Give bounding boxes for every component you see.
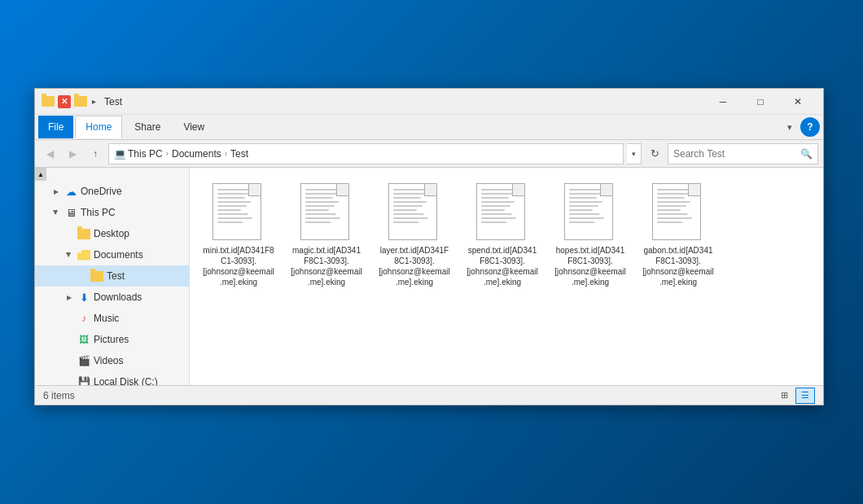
sidebar-item-music[interactable]: ▶ ♪ Music (35, 308, 189, 329)
file-item[interactable]: gabon.txt.id[AD341F8C1-3093].[johnsonz@k… (637, 176, 719, 295)
title-bar: ✕ ▸ Test ─ □ ✕ (35, 89, 823, 115)
downloads-label: Downloads (94, 291, 142, 303)
file-item[interactable]: spend.txt.id[AD341F8C1-3093].[johnsonz@k… (462, 176, 543, 295)
search-input[interactable] (673, 148, 797, 160)
file-item[interactable]: mini.txt.id[AD341F8C1-3093].[johnsonz@ke… (198, 176, 279, 295)
path-sep-2: › (225, 149, 227, 158)
sidebar-item-pictures[interactable]: ▶ 🖼 Pictures (35, 329, 189, 350)
onedrive-expand-arrow: ▶ (51, 186, 61, 196)
videos-icon: 🎬 (77, 354, 90, 367)
sidebar-item-videos[interactable]: ▶ 🎬 Videos (35, 350, 189, 371)
file-doc-icon (476, 183, 528, 242)
sidebar-item-desktop[interactable]: ▶ Desktop (35, 223, 189, 244)
thispc-expand-arrow: ▶ (51, 208, 61, 217)
file-area: mini.txt.id[AD341F8C1-3093].[johnsonz@ke… (190, 168, 823, 385)
test-label: Test (107, 270, 125, 282)
desktop-label: Desktop (94, 228, 129, 239)
file-item[interactable]: magic.txt.id[AD341F8C1-3093].[johnsonz@k… (286, 176, 367, 295)
tab-share[interactable]: Share (124, 116, 171, 138)
sidebar-item-documents[interactable]: ▶ Documents (35, 244, 189, 265)
thispc-label: This PC (81, 207, 116, 218)
file-name: layer.txt.id[AD341F8C1-3093].[johnsonz@k… (378, 245, 451, 287)
tab-home[interactable]: Home (75, 116, 122, 138)
onedrive-icon: ☁ (64, 185, 77, 198)
pc-icon: 💻 (114, 148, 126, 160)
videos-label: Videos (94, 355, 123, 366)
documents-label: Documents (94, 249, 143, 261)
up-button[interactable]: ↑ (85, 144, 105, 164)
path-segment-docs: Desktop Documents (172, 148, 221, 160)
path-label-test: Test (230, 148, 248, 160)
view-buttons: ⊞ ☰ (774, 388, 815, 404)
file-name: gabon.txt.id[AD341F8C1-3093].[johnsonz@k… (642, 245, 715, 287)
sidebar: ▲ ▶ ☁ OneDrive ▶ 🖥 This PC ▶ Desktop (35, 168, 190, 385)
grid-view-button[interactable]: ⊞ (774, 388, 794, 404)
status-bar: 6 items ⊞ ☰ (35, 385, 823, 405)
sidebar-item-thispc[interactable]: ▶ 🖥 This PC (35, 202, 189, 223)
close-button[interactable]: ✕ (779, 89, 817, 115)
file-item[interactable]: hopes.txt.id[AD341F8C1-3093].[johnsonz@k… (550, 176, 631, 295)
path-label-pc: This PC (128, 148, 163, 160)
documents-icon (77, 248, 90, 261)
help-button[interactable]: ? (800, 117, 820, 137)
thispc-icon: 🖥 (64, 206, 77, 219)
path-segment-pc: 💻 This PC (114, 148, 163, 160)
localdisk-icon: 💾 (77, 375, 90, 385)
file-name: mini.txt.id[AD341F8C1-3093].[johnsonz@ke… (202, 245, 275, 287)
localdisk-label: Local Disk (C:) (94, 376, 158, 385)
file-name: magic.txt.id[AD341F8C1-3093].[johnsonz@k… (290, 245, 363, 287)
pictures-icon: 🖼 (77, 333, 90, 346)
sidebar-item-onedrive[interactable]: ▶ ☁ OneDrive (35, 181, 189, 202)
path-sep-1: › (166, 149, 169, 158)
file-doc-icon (652, 183, 704, 242)
minimize-button[interactable]: ─ (704, 89, 742, 115)
test-icon (90, 270, 103, 283)
file-doc-icon (212, 183, 265, 242)
tab-file[interactable]: File (38, 116, 73, 138)
path-segment-test: Test (230, 148, 248, 160)
window-title: Test (104, 96, 704, 107)
scrollbar-up-arrow[interactable]: ▲ (35, 168, 46, 181)
maximize-button[interactable]: □ (742, 89, 779, 115)
file-doc-icon (564, 183, 616, 242)
downloads-expand-arrow: ▶ (64, 292, 74, 302)
music-label: Music (94, 313, 119, 324)
list-view-button[interactable]: ☰ (795, 388, 815, 404)
address-path[interactable]: 💻 This PC › Desktop Documents › Test (108, 143, 624, 164)
item-count: 6 items (43, 390, 75, 401)
ribbon-tabs: File Home Share View ▾ ? (35, 115, 823, 139)
title-folder-icon (74, 96, 87, 107)
search-box[interactable]: 🔍 (668, 143, 818, 164)
pictures-label: Pictures (94, 334, 129, 345)
tab-view[interactable]: View (173, 116, 215, 138)
address-dropdown[interactable]: ▾ (627, 143, 642, 164)
ribbon: File Home Share View ▾ ? (35, 115, 823, 140)
red-x-icon: ✕ (58, 95, 71, 108)
desktop-icon (77, 227, 90, 240)
title-arrow: ▸ (90, 97, 98, 106)
address-bar: ◀ ▶ ↑ 💻 This PC › Desktop Documents › Te… (35, 140, 823, 168)
documents-expand-arrow: ▶ (64, 250, 74, 260)
downloads-icon: ⬇ (77, 291, 90, 304)
forward-button[interactable]: ▶ (63, 144, 82, 164)
back-button[interactable]: ◀ (40, 144, 59, 164)
refresh-button[interactable]: ↻ (645, 144, 664, 164)
sidebar-item-test[interactable]: ▶ Test (35, 265, 189, 287)
onedrive-label: OneDrive (81, 186, 122, 197)
window-folder-icon (42, 96, 55, 107)
file-name: spend.txt.id[AD341F8C1-3093].[johnsonz@k… (466, 245, 539, 287)
window-controls: ─ □ ✕ (704, 89, 817, 115)
sidebar-item-localdisk[interactable]: ▶ 💾 Local Disk (C:) (35, 371, 189, 385)
file-name: hopes.txt.id[AD341F8C1-3093].[johnsonz@k… (554, 245, 627, 287)
title-bar-icons: ✕ ▸ (42, 95, 98, 108)
sidebar-item-downloads[interactable]: ▶ ⬇ Downloads (35, 287, 189, 308)
file-item[interactable]: layer.txt.id[AD341F8C1-3093].[johnsonz@k… (374, 176, 455, 295)
search-icon[interactable]: 🔍 (800, 148, 813, 160)
file-doc-icon (300, 183, 353, 242)
ribbon-collapse-chevron[interactable]: ▾ (781, 122, 799, 133)
file-doc-icon (388, 183, 440, 242)
explorer-window: ✕ ▸ Test ─ □ ✕ File Home Share View ▾ ? … (34, 88, 824, 405)
main-area: ▲ ▶ ☁ OneDrive ▶ 🖥 This PC ▶ Desktop (35, 168, 823, 385)
music-icon: ♪ (77, 312, 90, 325)
